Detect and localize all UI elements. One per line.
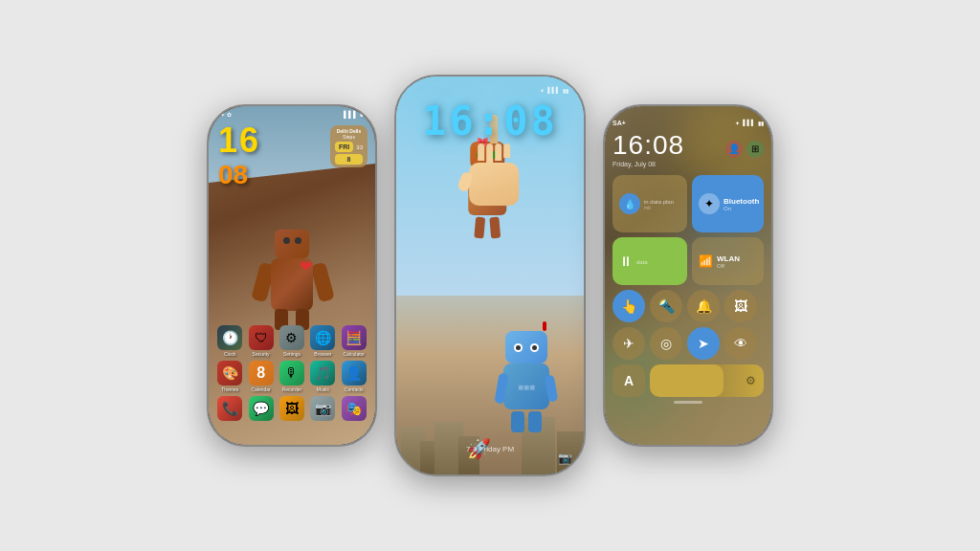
settings-icon: ⚙ (279, 325, 304, 350)
app-messages[interactable]: 💬 (247, 396, 276, 422)
bell-icon: 🔔 (696, 298, 712, 314)
music-icon: 🎵 (310, 361, 335, 386)
a-label: A (624, 373, 634, 388)
app-camera[interactable]: 📷 (308, 396, 337, 422)
wlan-tile[interactable]: 📶 WLAN Off (692, 237, 764, 285)
data-toggle-label: data (636, 259, 648, 265)
p2-time: 16:08 (396, 98, 584, 144)
eye-icon: 👁 (734, 336, 747, 351)
app-settings-label: Settings (283, 351, 301, 357)
home-bar (674, 401, 702, 404)
status-icon: ✦ ✿ (220, 111, 232, 118)
bluetooth-icon: ✦ (699, 193, 720, 214)
battery-icon: ▮ (360, 110, 364, 118)
calculator-icon: 🧮 (342, 325, 367, 350)
app-recorder-label: Recorder (282, 386, 302, 392)
app-browser-label: Browser (314, 351, 331, 357)
bottom-row: A ⚙ (612, 364, 764, 397)
recorder-icon: 🎙 (279, 361, 304, 386)
heart-icon: ❤ (300, 257, 312, 276)
app-settings[interactable]: ⚙ Settings (278, 325, 306, 357)
data-plan-tile[interactable]: 💧 in data plan mb (612, 175, 687, 232)
eye-button[interactable]: 👁 (724, 327, 757, 360)
security-icon: 🛡 (249, 325, 274, 350)
app-misc[interactable]: 🎭 (340, 396, 368, 422)
clock-hours: 16 (218, 123, 260, 158)
app-contacts-label: Contacts (345, 386, 364, 392)
app-recorder[interactable]: 🎙 Recorder (278, 361, 306, 392)
clock-widget: 16 08 (218, 123, 260, 190)
p3-time: 16:08 (612, 130, 684, 161)
airplane-icon: ✈ (623, 336, 635, 351)
p3-date: Friday, July 08 (612, 161, 684, 167)
camera-app-icon: 📷 (310, 396, 335, 421)
app-security[interactable]: 🛡 Security (247, 325, 276, 357)
browser-icon: 🌐 (310, 325, 335, 350)
app-calendar-label: Calendar (251, 386, 270, 392)
app-themes-label: Themes (221, 386, 238, 392)
themes-icon: 🎨 (217, 361, 242, 386)
data-plan-icon: 💧 (619, 193, 640, 214)
p3-signal-icon: ▌▌▌ (743, 120, 755, 126)
p2-bluetooth-icon: ✦ (540, 87, 545, 94)
weather-widget: Delhi Dells Steps FRI 33 8 (330, 125, 368, 167)
location-button[interactable]: ➤ (687, 327, 720, 360)
app-calculator[interactable]: 🧮 Calculator (340, 325, 368, 357)
bluetooth-tile[interactable]: ✦ Bluetooth On (692, 175, 764, 232)
messages-icon: 💬 (249, 396, 274, 421)
bluetooth-status: On (724, 206, 759, 211)
torch-button[interactable]: 🔦 (650, 290, 682, 322)
data-toggle-tile[interactable]: ⏸ data (612, 237, 687, 285)
torch-icon: 🔦 (658, 298, 675, 314)
p3-header: 16:08 Friday, July 08 👤 ⊞ (612, 130, 764, 167)
p3-status-bar: SA+ ✦ ▌▌▌ ▮▮ (612, 120, 764, 126)
weather-day: FRI (335, 142, 353, 152)
screenrecord-icon: 🖼 (734, 298, 747, 314)
app-calculator-label: Calculator (343, 351, 365, 357)
brightness-slider[interactable]: ⚙ (650, 364, 764, 397)
airplane-button[interactable]: ✈ (612, 327, 645, 360)
weather-temp: 33 (356, 144, 363, 150)
flashlight-button[interactable]: 👆 (612, 290, 645, 322)
p3-bluetooth-icon: ✦ (735, 120, 740, 126)
calendar-icon: 8 (249, 361, 274, 386)
clock-minutes: 08 (218, 160, 260, 190)
accessibility-button[interactable]: A (612, 364, 645, 397)
app-clock-label: Clock (224, 351, 236, 357)
app-browser[interactable]: 🌐 Browser (308, 325, 337, 357)
screenrecord-button[interactable]: 🖼 (724, 290, 757, 322)
icon-row-2: ✈ ◎ ➤ 👁 (612, 327, 764, 360)
p2-battery-icon: ▮▮ (563, 87, 568, 94)
signal-icon: ▌▌▌ (344, 111, 358, 118)
p3-grid-icon[interactable]: ⊞ (746, 141, 764, 158)
app-row-1: 🕐 Clock 🛡 Security ⚙ Settings 🌐 Browser (214, 325, 369, 357)
p2-date: 7-8 Friday PM (396, 445, 584, 453)
p2-clock: 16:08 (396, 98, 584, 144)
app-phone[interactable]: 📞 (215, 396, 244, 422)
gear-icon: ⚙ (746, 374, 756, 387)
phone-3: SA+ ✦ ▌▌▌ ▮▮ 16:08 Friday, July 08 👤 ⊞ (603, 104, 773, 447)
app-music-label: Music (317, 386, 329, 392)
weather-date: 8 (335, 154, 363, 165)
p2-signal-icon: ▌▌▌ (547, 87, 560, 94)
phone-2: ✦ ▌▌▌ ▮▮ 16:08 (394, 75, 586, 476)
app-calendar[interactable]: 8 Calendar (247, 361, 276, 392)
app-themes[interactable]: 🎨 Themes (215, 361, 244, 392)
app-grid: 🕐 Clock 🛡 Security ⚙ Settings 🌐 Browser (209, 325, 375, 426)
wlan-icon: 📶 (699, 254, 713, 268)
blue-robot: ■■■ (493, 321, 560, 417)
app-music[interactable]: 🎵 Music (308, 361, 337, 392)
p2-camera-icon[interactable]: 📷 (558, 452, 572, 465)
data-toggle-icon: ⏸ (619, 253, 633, 269)
notification-button[interactable]: 🔔 (687, 290, 720, 322)
p3-carrier: SA+ (612, 120, 626, 126)
flashlight-icon: 👆 (621, 298, 637, 314)
app-contacts[interactable]: 👤 Contacts (340, 361, 368, 392)
misc-icon: 🎭 (342, 396, 367, 421)
app-row-2: 🎨 Themes 8 Calendar 🎙 Recorder 🎵 Music (214, 361, 369, 392)
app-clock[interactable]: 🕐 Clock (215, 325, 244, 357)
focus-button[interactable]: ◎ (650, 327, 682, 360)
phone-icon: 📞 (217, 396, 242, 421)
app-gallery[interactable]: 🖼 (278, 396, 306, 422)
p3-avatar-icon[interactable]: 👤 (725, 141, 743, 158)
